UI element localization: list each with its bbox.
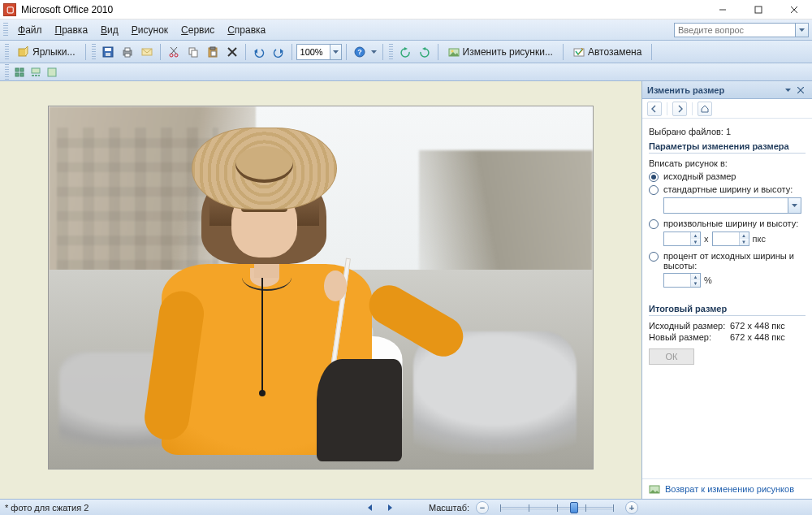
svg-marker-30 xyxy=(404,47,408,50)
zoom-in-button[interactable]: + xyxy=(625,501,638,514)
dropdown-icon xyxy=(788,198,801,213)
menu-tools[interactable]: Сервис xyxy=(175,22,221,38)
help-icon: ? xyxy=(354,46,365,58)
radio-standard-size[interactable]: стандартные ширину и высоту: xyxy=(649,184,806,195)
thumbnail-view-button[interactable] xyxy=(12,65,27,80)
svg-rect-5 xyxy=(19,49,26,56)
shortcuts-button[interactable]: Ярлыки... xyxy=(12,43,81,61)
maximize-button[interactable] xyxy=(741,1,776,19)
menu-help[interactable]: Справка xyxy=(221,22,272,38)
toolbar-grip[interactable] xyxy=(389,44,393,60)
radio-percent-size[interactable]: процент от исходных ширины и высоты: xyxy=(649,251,806,270)
svg-rect-43 xyxy=(48,68,56,76)
zoom-slider[interactable] xyxy=(500,502,614,513)
rotate-left-button[interactable] xyxy=(396,43,414,61)
prev-image-button[interactable] xyxy=(364,501,377,514)
radio-icon xyxy=(649,172,659,182)
custom-height-input[interactable]: ▲▼ xyxy=(712,232,749,246)
zoom-combo[interactable]: 100% xyxy=(296,44,342,60)
svg-marker-4 xyxy=(799,28,805,32)
copy-icon xyxy=(188,46,199,58)
original-size-row: Исходный размер: 672 x 448 пкс xyxy=(649,321,806,331)
menu-file[interactable]: Файл xyxy=(11,22,49,38)
task-pane-title: Изменить размер xyxy=(647,85,781,95)
print-button[interactable] xyxy=(119,43,136,61)
autoreplace-button[interactable]: Автозамена xyxy=(568,43,647,61)
nav-back-button[interactable] xyxy=(647,102,662,116)
undo-button[interactable] xyxy=(250,43,268,61)
save-button[interactable] xyxy=(99,43,117,61)
task-pane-nav xyxy=(642,99,812,119)
help-button[interactable]: ? xyxy=(351,43,369,61)
rotate-right-icon xyxy=(419,46,430,58)
status-bar: * фото для сжатия 2 Масштаб: − + xyxy=(0,499,812,515)
ok-button[interactable]: ОК xyxy=(649,348,694,365)
menu-picture[interactable]: Рисунок xyxy=(125,22,175,38)
image-content xyxy=(49,106,593,469)
copy-button[interactable] xyxy=(184,43,202,61)
cut-icon xyxy=(168,46,179,58)
close-button[interactable] xyxy=(776,1,812,19)
menu-view[interactable]: Вид xyxy=(94,22,125,38)
radio-custom-label: произвольные ширину и высоту: xyxy=(663,219,798,228)
task-pane-menu-button[interactable] xyxy=(781,84,794,97)
minimize-button[interactable] xyxy=(705,1,741,19)
toolbar-grip[interactable] xyxy=(5,44,9,60)
toolbar-grip[interactable] xyxy=(5,64,9,80)
shortcuts-label: Ярлыки... xyxy=(32,46,76,58)
radio-original-size[interactable]: исходный размер xyxy=(649,171,806,182)
nav-home-button[interactable] xyxy=(698,102,712,116)
delete-button[interactable] xyxy=(223,43,241,61)
help-search-input[interactable] xyxy=(674,23,796,37)
zoom-out-button[interactable]: − xyxy=(476,501,489,514)
filmstrip-view-icon xyxy=(31,67,41,77)
return-to-edit-link[interactable]: Возврат к изменению рисунков xyxy=(665,484,794,494)
filmstrip-view-button[interactable] xyxy=(28,65,43,80)
single-view-button[interactable] xyxy=(45,65,59,80)
percent-input[interactable]: ▲▼ xyxy=(663,273,701,288)
zoom-dropdown[interactable] xyxy=(330,45,341,59)
new-size-row: Новый размер: 672 x 448 пкс xyxy=(649,332,806,342)
mail-button[interactable] xyxy=(138,43,156,61)
svg-marker-47 xyxy=(792,204,797,207)
rotate-right-button[interactable] xyxy=(416,43,434,61)
menu-bar: Файл Правка Вид Рисунок Сервис Справка xyxy=(0,19,812,41)
task-pane-close-button[interactable] xyxy=(794,84,807,97)
standard-size-combo[interactable] xyxy=(663,197,801,214)
thumbnail-view-icon xyxy=(15,67,24,77)
params-section-title: Параметры изменения размера xyxy=(649,141,806,154)
zoom-value: 100% xyxy=(297,47,330,57)
nav-forward-button[interactable] xyxy=(672,102,687,116)
paste-button[interactable] xyxy=(204,43,222,61)
svg-rect-7 xyxy=(105,48,111,51)
help-dropdown[interactable] xyxy=(370,50,378,54)
image-canvas[interactable] xyxy=(48,106,594,470)
new-size-label: Новый размер: xyxy=(649,332,730,342)
rotate-left-icon xyxy=(400,46,411,58)
redo-button[interactable] xyxy=(270,43,287,61)
canvas-area xyxy=(0,81,641,499)
fit-in-label: Вписать рисунок в: xyxy=(649,158,806,168)
svg-rect-21 xyxy=(211,51,216,56)
help-search xyxy=(674,23,809,37)
custom-size-row: ▲▼ x ▲▼ пкс xyxy=(663,232,806,246)
print-icon xyxy=(122,46,133,58)
radio-percent-label: процент от исходных ширины и высоты: xyxy=(663,251,806,270)
svg-marker-29 xyxy=(371,50,377,54)
save-icon xyxy=(102,46,114,58)
help-search-dropdown[interactable] xyxy=(796,23,809,37)
zoom-slider-thumb[interactable] xyxy=(570,502,578,513)
edit-pictures-button[interactable]: Изменить рисунки... xyxy=(443,43,559,61)
window-title: Microsoft Office 2010 xyxy=(21,4,113,15)
menu-edit[interactable]: Правка xyxy=(49,22,95,38)
cut-button[interactable] xyxy=(165,43,183,61)
custom-width-input[interactable]: ▲▼ xyxy=(663,232,701,246)
shortcuts-icon xyxy=(18,46,29,58)
task-pane-footer: Возврат к изменению рисунков xyxy=(642,478,812,499)
toolbar-grip[interactable] xyxy=(3,23,8,37)
toolbar-grip[interactable] xyxy=(92,44,96,60)
original-size-label: Исходный размер: xyxy=(649,321,730,331)
radio-custom-size[interactable]: произвольные ширину и высоту: xyxy=(649,219,806,229)
next-image-button[interactable] xyxy=(383,501,396,514)
svg-point-13 xyxy=(170,54,173,57)
